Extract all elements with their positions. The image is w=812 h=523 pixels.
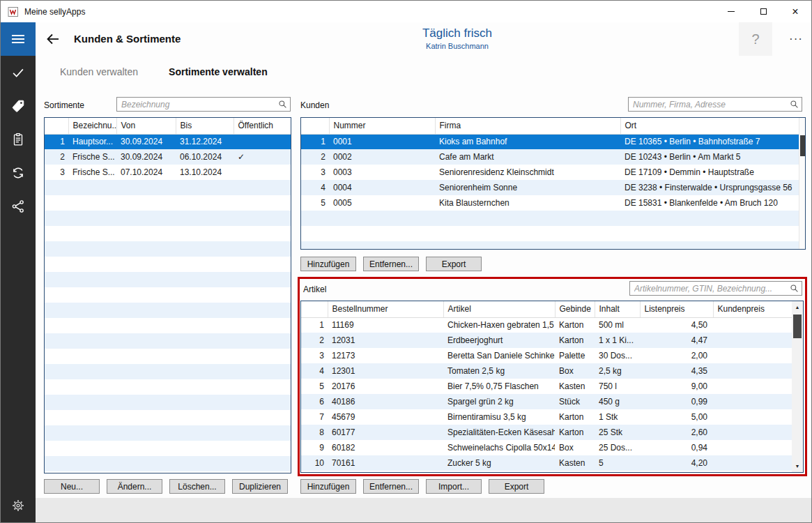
sidebar-item-sync[interactable]: [1, 156, 36, 190]
artikel-entfernen-button[interactable]: Entfernen...: [363, 479, 419, 494]
kunden-column-header-2[interactable]: Firma: [435, 118, 620, 134]
tenant-block[interactable]: Täglich frisch Katrin Buschmann: [377, 26, 537, 50]
artikel-row[interactable]: 212031ErdbeerjoghurtKarton1 x 1 Ki...4,4…: [301, 333, 792, 348]
artikel-cell-artikel: Birnentiramisu 3,5 kg: [443, 409, 555, 425]
artikel-cell-bestellnummer: 11169: [328, 317, 443, 333]
artikel-cell-artikel: Tomaten 2,5 kg: [443, 363, 555, 379]
artikel-scrollbar-thumb[interactable]: [793, 314, 802, 338]
artikel-cell-artikel: Erdbeerjoghurt: [443, 333, 555, 348]
sortimente-cell-num: 2: [45, 149, 68, 165]
clipboard-icon: [10, 132, 26, 147]
kunden-row[interactable]: 30003Seniorenresidenz KleinschmidtDE 171…: [301, 165, 799, 180]
kunden-row[interactable]: 40004Seniorenheim SonneDE 3238 • Finster…: [301, 180, 799, 195]
kunden-column-header-1[interactable]: Nummer: [329, 118, 435, 134]
help-button[interactable]: ?: [739, 22, 772, 56]
kunden-row[interactable]: 50005Kita BlausternchenDE 15831 • Blanke…: [301, 195, 799, 211]
maximize-button[interactable]: [747, 1, 779, 22]
artikel-cell-bestellnummer: 12031: [328, 333, 443, 348]
sortimente-cell-oeffentlich: [233, 134, 291, 149]
sortimente-column-header-4[interactable]: Öffentlich: [233, 118, 291, 134]
sidebar: [1, 56, 36, 523]
settings-button[interactable]: [1, 489, 36, 522]
kunden-column-header-0[interactable]: [301, 118, 329, 134]
back-button[interactable]: [44, 30, 62, 48]
artikel-cell-inhalt: 30 Dos...: [595, 348, 640, 363]
kunden-column-header-3[interactable]: Ort: [620, 118, 799, 134]
artikel-cell-artikel: Spezialitäten-Ecken Käsesahne: [443, 425, 555, 440]
kunden-scrollbar[interactable]: [799, 118, 805, 249]
search-icon[interactable]: [278, 100, 287, 109]
scroll-down-button[interactable]: ▼: [792, 461, 803, 471]
artikel-column-header-0[interactable]: [301, 301, 328, 317]
artikel-column-header-2[interactable]: Artikel: [443, 301, 555, 317]
kunden-row[interactable]: 10001Kioks am BahnhofDE 10365 • Berlin •…: [301, 134, 799, 149]
artikel-row[interactable]: 1070161Zucker 5 kgKasten54,20: [301, 455, 792, 471]
artikel-cell-listenpreis: 0,94: [640, 440, 713, 455]
sidebar-item-orders[interactable]: [1, 123, 36, 156]
sortimente-search-input[interactable]: [116, 97, 291, 112]
kunden-cell-nummer: 0002: [329, 149, 435, 165]
close-button[interactable]: ×: [779, 1, 811, 22]
artikel-row[interactable]: 960182Schweinelachs Cipolla 50x140gBox25…: [301, 440, 792, 455]
artikel-column-header-3[interactable]: Gebinde: [555, 301, 595, 317]
sortimente-empty-row: [45, 410, 291, 425]
artikel-row[interactable]: 412301Tomaten 2,5 kgBox2,5 kg4,35: [301, 363, 792, 379]
sidebar-item-tasks[interactable]: [1, 56, 36, 89]
more-button[interactable]: ···: [779, 22, 812, 56]
sortimente-empty-row: [45, 456, 291, 471]
sortimente-column-header-0[interactable]: [45, 118, 68, 134]
aendern-button[interactable]: Ändern...: [107, 479, 162, 494]
artikel-row[interactable]: 640186Spargel grün 2 kgStück450 g0,99: [301, 394, 792, 409]
artikel-export-button[interactable]: Export: [489, 479, 544, 494]
sortimente-column-header-1[interactable]: Bezeichnu...: [68, 118, 116, 134]
scroll-up-button[interactable]: ▲: [792, 302, 803, 312]
artikel-column-header-4[interactable]: Inhalt: [595, 301, 640, 317]
search-icon[interactable]: [790, 100, 799, 109]
kunden-hinzufuegen-button[interactable]: Hinzufügen: [300, 257, 356, 271]
kunden-label: Kunden: [300, 100, 329, 110]
neu-button[interactable]: Neu...: [44, 479, 100, 494]
sortimente-column-header-3[interactable]: Bis: [176, 118, 233, 134]
tab-kunden-verwalten[interactable]: Kunden verwalten: [60, 66, 138, 77]
minimize-button[interactable]: [715, 1, 747, 22]
artikel-column-header-1[interactable]: Bestellnummer: [328, 301, 443, 317]
kunden-row[interactable]: 20002Cafe am MarktDE 10243 • Berlin • Am…: [301, 149, 799, 165]
search-icon[interactable]: [790, 284, 799, 293]
kunden-search: [628, 97, 802, 112]
kunden-scrollbar-thumb[interactable]: [800, 135, 805, 156]
sortimente-empty-row: [45, 180, 291, 195]
artikel-row[interactable]: 312173Beretta San Daniele Schinken ...Pa…: [301, 348, 792, 363]
tab-sortimente-verwalten[interactable]: Sortimente verwalten: [169, 66, 268, 77]
artikel-cell-num: 1: [301, 317, 328, 333]
kunden-search-input[interactable]: [628, 97, 802, 112]
artikel-row[interactable]: 520176Bier 7,5% 0,75 FlaschenKasten750 l…: [301, 379, 792, 394]
artikel-cell-gebinde: Karton: [555, 333, 595, 348]
sortimente-row[interactable]: 2Frische S...30.09.202406.10.2024✓: [45, 149, 291, 165]
sidebar-item-sortimente[interactable]: [1, 89, 36, 123]
menu-button[interactable]: [1, 22, 36, 56]
artikel-cell-listenpreis: 4,35: [640, 363, 713, 379]
sortimente-column-header-2[interactable]: Von: [116, 118, 176, 134]
artikel-cell-listenpreis: 2,00: [640, 348, 713, 363]
loeschen-button[interactable]: Löschen...: [169, 479, 225, 494]
sortimente-row[interactable]: 3Frische S...07.10.202413.10.2024: [45, 165, 291, 180]
artikel-cell-inhalt: 1 Stk: [595, 409, 640, 425]
artikel-hinzufuegen-button[interactable]: Hinzufügen: [300, 479, 356, 494]
duplizieren-button[interactable]: Duplizieren: [232, 479, 288, 494]
artikel-row[interactable]: 745679Birnentiramisu 3,5 kgKarton1 Stk5,…: [301, 409, 792, 425]
artikel-search-input[interactable]: [629, 281, 802, 296]
sortimente-empty-row: [45, 349, 291, 364]
artikel-row[interactable]: 860177Spezialitäten-Ecken KäsesahneKarto…: [301, 425, 792, 440]
artikel-scrollbar[interactable]: ▲ ▼: [792, 301, 803, 472]
artikel-row[interactable]: 111169Chicken-Haxen gebraten 1,5 ...Kart…: [301, 317, 792, 333]
artikel-column-header-6[interactable]: Kundenpreis: [713, 301, 792, 317]
artikel-cell-num: 7: [301, 409, 328, 425]
sidebar-item-share[interactable]: [1, 190, 36, 223]
artikel-cell-inhalt: 25 Dos...: [595, 440, 640, 455]
artikel-column-header-5[interactable]: Listenpreis: [640, 301, 713, 317]
sortimente-row[interactable]: 1Hauptsor...30.09.202431.12.2024: [45, 134, 291, 149]
kunden-entfernen-button[interactable]: Entfernen...: [363, 257, 419, 271]
artikel-cell-listenpreis: 0,99: [640, 394, 713, 409]
kunden-export-button[interactable]: Export: [426, 257, 482, 271]
artikel-import-button[interactable]: Import...: [426, 479, 482, 494]
